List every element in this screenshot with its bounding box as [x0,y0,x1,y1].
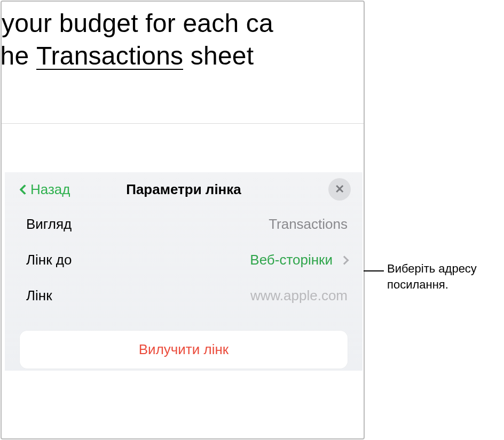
close-icon: ✕ [335,183,344,195]
doc-text-fragment: sheet [183,42,254,70]
callout-line2: посилання. [387,278,448,291]
popover-title: Параметри лінка [126,181,241,198]
callout-annotation: Виберіть адресу посилання. [387,261,477,292]
remove-link-button[interactable]: Вилучити лінк [20,331,348,369]
back-button[interactable]: Назад [21,181,70,198]
display-label: Вигляд [26,216,72,233]
chevron-left-icon [19,184,30,195]
callout-leader-line [364,270,384,271]
horizontal-divider [2,123,364,124]
linkto-row[interactable]: Лінк до Веб-сторінки [5,242,363,278]
settings-rows: Вигляд Transactions Лінк до Веб-сторінки… [5,206,363,314]
back-button-label: Назад [30,181,70,198]
doc-text-fragment: the [1,42,36,70]
chevron-right-icon [340,255,349,265]
link-placeholder: www.apple.com [250,287,348,304]
linkto-label: Лінк до [26,252,72,268]
remove-link-container: Вилучити лінк [5,314,363,371]
display-row[interactable]: Вигляд Transactions [5,206,363,242]
popover-header: Назад Параметри лінка ✕ [5,172,363,206]
linkto-value: Веб-сторінки [250,252,333,268]
close-button[interactable]: ✕ [328,178,351,201]
remove-link-label: Вилучити лінк [139,341,229,357]
callout-line1: Виберіть адресу [387,262,477,275]
link-label: Лінк [26,287,52,304]
link-row[interactable]: Лінк www.apple.com [5,278,363,314]
display-value: Transactions [269,216,348,233]
document-body-text: your budget for each ca the Transactions… [2,2,364,73]
document-canvas: your budget for each ca the Transactions… [1,1,365,439]
doc-text-fragment: your budget for each ca [2,9,273,37]
selected-link-text[interactable]: Transactions [36,43,183,70]
link-settings-popover: Назад Параметри лінка ✕ Вигляд Transacti… [5,172,363,371]
